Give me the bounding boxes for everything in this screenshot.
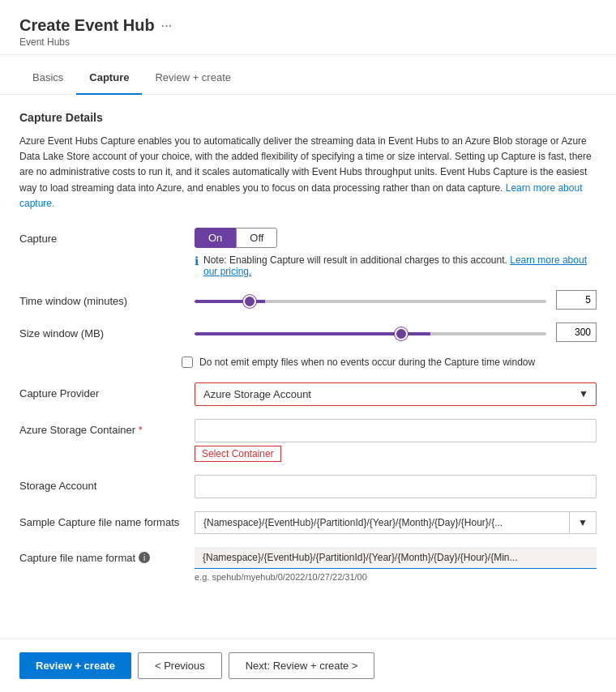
- capture-provider-control: Azure Storage Account ▼: [195, 382, 597, 406]
- capture-provider-row: Capture Provider Azure Storage Account ▼: [19, 382, 597, 406]
- storage-account-control: [195, 475, 597, 498]
- header: Create Event Hub ··· Event Hubs: [0, 0, 616, 55]
- info-icon: ℹ: [195, 254, 199, 267]
- section-title: Capture Details: [19, 111, 597, 124]
- tab-basics[interactable]: Basics: [19, 62, 76, 95]
- sample-format-value: {Namespace}/{EventHub}/{PartitionId}/{Ye…: [195, 512, 569, 533]
- time-window-control: [195, 290, 597, 310]
- section-description: Azure Event Hubs Capture enables you to …: [19, 134, 597, 211]
- azure-storage-input[interactable]: [195, 419, 597, 442]
- capture-provider-dropdown: Azure Storage Account ▼: [195, 382, 597, 406]
- capture-off-button[interactable]: Off: [236, 228, 277, 248]
- capture-format-input[interactable]: [195, 547, 597, 569]
- size-window-control: [195, 323, 597, 342]
- capture-format-label-wrap: Capture file name format i: [19, 547, 182, 564]
- capture-format-label: Capture file name format: [19, 552, 135, 564]
- capture-format-row: Capture file name format i e.g. spehub/m…: [19, 547, 597, 582]
- capture-toggle-group: On Off: [195, 228, 597, 248]
- sample-format-arrow[interactable]: ▼: [569, 512, 596, 533]
- time-window-row: Time window (minutes): [19, 290, 597, 310]
- capture-provider-select[interactable]: Azure Storage Account: [195, 382, 597, 406]
- capture-control: On Off ℹ Note: Enabling Capture will res…: [195, 228, 597, 277]
- review-create-button[interactable]: Review + create: [19, 652, 131, 679]
- page-title: Create Event Hub: [19, 16, 155, 35]
- capture-on-button[interactable]: On: [195, 228, 236, 248]
- sample-format-control: {Namespace}/{EventHub}/{PartitionId}/{Ye…: [195, 511, 597, 534]
- sample-format-label: Sample Capture file name formats: [19, 511, 182, 528]
- time-window-label: Time window (minutes): [19, 290, 182, 307]
- size-window-label: Size window (MB): [19, 323, 182, 340]
- storage-account-input[interactable]: [195, 475, 597, 498]
- previous-button[interactable]: < Previous: [138, 652, 222, 679]
- content-area: Capture Details Azure Event Hubs Capture…: [0, 95, 616, 611]
- storage-account-row: Storage Account: [19, 475, 597, 498]
- capture-note: Note: Enabling Capture will result in ad…: [203, 254, 507, 266]
- azure-storage-container-row: Azure Storage Container * Select Contain…: [19, 419, 597, 462]
- capture-row: Capture On Off ℹ Note: Enabling Capture …: [19, 228, 597, 277]
- azure-storage-control: Select Container: [195, 419, 597, 462]
- tab-bar: Basics Capture Review + create: [0, 62, 616, 95]
- tab-review-create[interactable]: Review + create: [142, 62, 244, 95]
- capture-format-info-icon[interactable]: i: [139, 552, 150, 563]
- sample-format-dropdown: {Namespace}/{EventHub}/{PartitionId}/{Ye…: [195, 511, 597, 534]
- size-window-slider[interactable]: [195, 332, 546, 335]
- capture-info-box: ℹ Note: Enabling Capture will result in …: [195, 254, 597, 277]
- capture-label: Capture: [19, 228, 182, 245]
- next-button[interactable]: Next: Review + create >: [229, 652, 375, 679]
- empty-files-label: Do not emit empty files when no events o…: [199, 355, 535, 369]
- azure-storage-label: Azure Storage Container *: [19, 419, 182, 436]
- empty-files-checkbox[interactable]: [182, 357, 193, 368]
- time-window-slider[interactable]: [195, 300, 546, 303]
- storage-account-label: Storage Account: [19, 475, 182, 492]
- required-star: *: [139, 424, 143, 436]
- sample-format-row: Sample Capture file name formats {Namesp…: [19, 511, 597, 534]
- format-example: e.g. spehub/myehub/0/2022/10/27/22/31/00: [195, 572, 597, 582]
- footer: Review + create < Previous Next: Review …: [0, 639, 616, 692]
- time-window-input[interactable]: [556, 290, 597, 310]
- page-subtitle: Event Hubs: [19, 36, 597, 48]
- capture-format-control: e.g. spehub/myehub/0/2022/10/27/22/31/00: [195, 547, 597, 582]
- time-window-slider-wrapper: [195, 293, 546, 305]
- empty-files-row: Do not emit empty files when no events o…: [182, 355, 597, 369]
- tab-capture[interactable]: Capture: [76, 62, 142, 95]
- select-container-button[interactable]: Select Container: [195, 446, 281, 462]
- size-window-input[interactable]: [556, 323, 597, 342]
- more-options-icon[interactable]: ···: [161, 19, 172, 33]
- size-window-slider-wrapper: [195, 326, 546, 338]
- size-window-row: Size window (MB): [19, 323, 597, 342]
- capture-provider-label: Capture Provider: [19, 382, 182, 399]
